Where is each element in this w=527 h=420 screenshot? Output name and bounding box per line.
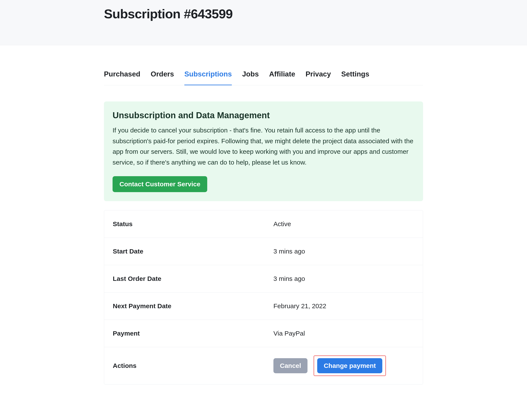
payment-value: Via PayPal (265, 320, 423, 347)
tab-subscriptions[interactable]: Subscriptions (184, 70, 232, 85)
tab-privacy[interactable]: Privacy (306, 70, 331, 85)
table-row: Last Order Date 3 mins ago (104, 265, 423, 293)
actions-label: Actions (104, 347, 265, 384)
last-order-label: Last Order Date (104, 265, 265, 292)
subscription-details-table: Status Active Start Date 3 mins ago Last… (104, 210, 423, 384)
table-row: Status Active (104, 210, 423, 238)
notice-text: If you decide to cancel your subscriptio… (112, 125, 415, 168)
cancel-button[interactable]: Cancel (274, 358, 307, 373)
start-date-value: 3 mins ago (265, 238, 423, 265)
unsubscription-notice: Unsubscription and Data Management If yo… (104, 101, 423, 201)
change-payment-button[interactable]: Change payment (317, 358, 382, 373)
last-order-value: 3 mins ago (265, 265, 423, 292)
table-row: Start Date 3 mins ago (104, 238, 423, 265)
notice-title: Unsubscription and Data Management (112, 110, 415, 120)
status-label: Status (104, 210, 265, 238)
tab-affiliate[interactable]: Affiliate (269, 70, 295, 85)
page-title: Subscription #643599 (104, 6, 423, 21)
tab-settings[interactable]: Settings (341, 70, 369, 85)
actions-cell: Cancel Change payment (265, 347, 423, 384)
next-payment-label: Next Payment Date (104, 293, 265, 320)
next-payment-value: February 21, 2022 (265, 293, 423, 320)
change-payment-highlight: Change payment (314, 355, 386, 376)
status-value: Active (265, 210, 423, 238)
contact-customer-service-button[interactable]: Contact Customer Service (112, 176, 207, 192)
tab-jobs[interactable]: Jobs (242, 70, 259, 85)
tab-purchased[interactable]: Purchased (104, 70, 140, 85)
table-row: Actions Cancel Change payment (104, 347, 423, 384)
start-date-label: Start Date (104, 238, 265, 265)
table-row: Next Payment Date February 21, 2022 (104, 293, 423, 320)
table-row: Payment Via PayPal (104, 320, 423, 347)
payment-label: Payment (104, 320, 265, 347)
account-tabs: Purchased Orders Subscriptions Jobs Affi… (104, 70, 423, 85)
tab-orders[interactable]: Orders (151, 70, 174, 85)
